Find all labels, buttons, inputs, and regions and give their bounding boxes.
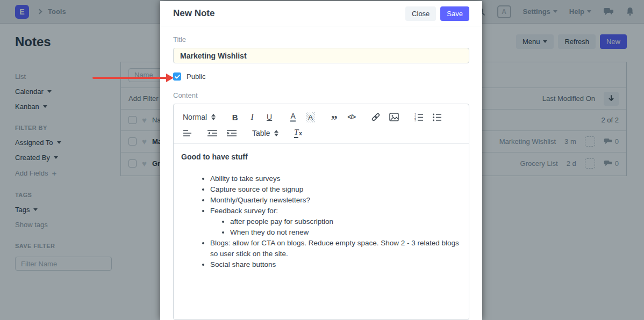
note-bullet-list: Ability to take surveys Capture source o…	[181, 173, 461, 270]
blockquote-button[interactable]: ”	[328, 111, 340, 123]
underline-button[interactable]: U	[263, 111, 275, 123]
title-field-label: Title	[173, 35, 469, 43]
ordered-list-icon[interactable]: 123	[412, 111, 425, 123]
rich-text-editor: Normal B I U A A ” </>	[173, 104, 469, 320]
align-icon[interactable]	[181, 127, 194, 140]
paragraph-style-dropdown[interactable]: Normal	[181, 111, 217, 123]
list-item: Capture source of the signup	[210, 184, 461, 195]
list-item: Social share buttons	[210, 259, 461, 270]
font-color-button[interactable]: A	[287, 111, 299, 123]
list-item: Ability to take surveys	[210, 173, 461, 184]
code-button[interactable]: </>	[346, 111, 357, 123]
link-icon[interactable]	[369, 111, 382, 123]
new-note-modal: New Note Close Save Title Public Content…	[160, 1, 482, 320]
arrow-line	[92, 77, 167, 79]
content-field-label: Content	[173, 91, 469, 99]
unordered-list-icon[interactable]	[431, 111, 443, 123]
outdent-icon[interactable]	[205, 127, 219, 140]
svg-text:3: 3	[414, 119, 416, 121]
table-dropdown[interactable]: Table	[251, 127, 280, 140]
arrow-head-icon	[166, 74, 174, 82]
indent-icon[interactable]	[225, 127, 239, 140]
bold-button[interactable]: B	[229, 111, 241, 123]
list-item: Blogs: allow for CTA on blogs. Reduce em…	[210, 238, 461, 259]
list-item: When they do not renew	[230, 227, 461, 238]
italic-button[interactable]: I	[246, 111, 258, 123]
highlight-color-button[interactable]: A	[304, 111, 317, 123]
list-item: Feedback survey for: after people pay fo…	[210, 206, 461, 238]
public-checkbox-label: Public	[187, 72, 205, 81]
title-input[interactable]	[173, 48, 469, 63]
image-icon[interactable]	[388, 111, 400, 123]
clear-format-button[interactable]: Tx	[292, 127, 304, 140]
list-item: Monthly/Quarterly newsletters?	[210, 195, 461, 206]
editor-toolbar: Normal B I U A A ” </>	[174, 104, 469, 143]
updown-icon	[211, 114, 216, 120]
save-button[interactable]: Save	[440, 6, 469, 21]
modal-title: New Note	[173, 8, 214, 19]
note-sub-bullet-list: after people pay for subscription When t…	[210, 216, 461, 238]
public-checkbox[interactable]	[173, 72, 181, 81]
editor-content[interactable]: Good to have stuff Ability to take surve…	[174, 144, 469, 319]
list-item: after people pay for subscription	[230, 216, 461, 227]
checkmark-icon	[175, 75, 180, 79]
note-heading: Good to have stuff	[181, 151, 461, 162]
updown-icon	[274, 130, 278, 136]
close-button[interactable]: Close	[405, 6, 436, 21]
